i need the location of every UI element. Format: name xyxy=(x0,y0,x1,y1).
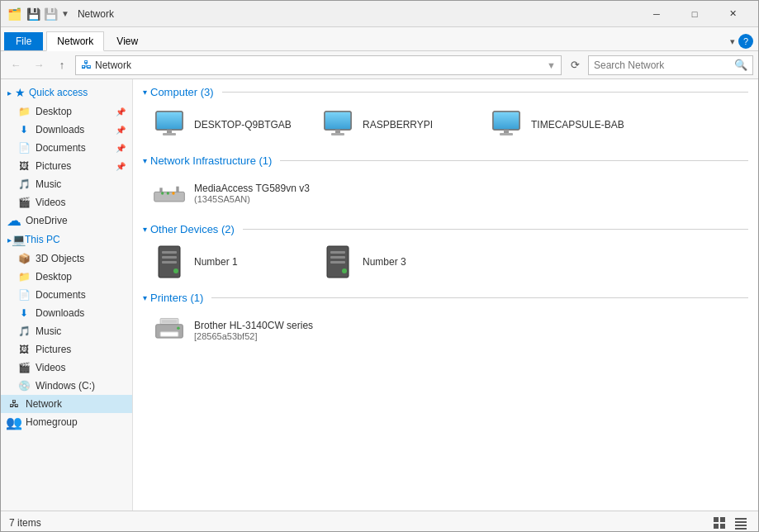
item-mediaaccess[interactable]: MediaAccess TG589vn v3 (1345SA5AN) xyxy=(143,173,320,213)
item-desktop-q9btgab[interactable]: DESKTOP-Q9BTGAB xyxy=(143,105,308,145)
up-button[interactable]: ↑ xyxy=(52,55,72,75)
close-button[interactable]: ✕ xyxy=(714,1,752,27)
sidebar-item-desktop-pc[interactable]: 📁 Desktop xyxy=(1,268,132,286)
tab-view[interactable]: View xyxy=(106,31,149,50)
address-bar[interactable]: 🖧 Network ▼ xyxy=(75,55,562,75)
sidebar-item-downloads-pc[interactable]: ⬇ Downloads xyxy=(1,304,132,322)
item-name: DESKTOP-Q9BTGAB xyxy=(194,119,292,131)
minimize-button[interactable]: ─ xyxy=(638,1,676,27)
sidebar-item-homegroup[interactable]: 👥 Homegroup xyxy=(1,413,132,431)
svg-rect-9 xyxy=(493,112,519,130)
sidebar-item-pictures-pc[interactable]: 🖼 Pictures xyxy=(1,340,132,359)
item-timecapsule[interactable]: TIMECAPSULE-BAB xyxy=(480,105,645,145)
svg-rect-3 xyxy=(163,133,176,135)
pin-icon: 📌 xyxy=(116,144,126,153)
sidebar-label: Downloads xyxy=(36,307,84,319)
svg-rect-39 xyxy=(735,525,747,526)
item-name: Number 1 xyxy=(194,256,238,268)
sidebar-quick-access-header[interactable]: ▸ ★ Quick access xyxy=(1,83,132,102)
server-icon xyxy=(321,247,354,277)
drive-icon: 💿 xyxy=(17,379,31,392)
item-number3[interactable]: Number 3 xyxy=(311,242,477,282)
view-controls xyxy=(710,514,750,532)
back-button[interactable]: ← xyxy=(6,55,26,75)
ribbon: File Network View ▾ ? xyxy=(1,27,758,51)
sidebar-item-music-pc[interactable]: 🎵 Music xyxy=(1,322,132,340)
svg-rect-5 xyxy=(325,112,351,130)
address-network-icon: 🖧 xyxy=(81,59,92,71)
ribbon-collapse[interactable]: ▾ xyxy=(730,36,735,47)
section-other: ▾ Other Devices (2) Nu xyxy=(143,223,748,282)
music-folder-icon: 🎵 xyxy=(17,325,31,338)
section-computers-header[interactable]: ▾ Computer (3) xyxy=(143,86,748,98)
svg-rect-24 xyxy=(330,251,345,254)
address-dropdown[interactable]: ▼ xyxy=(547,60,556,70)
music-folder-icon: 🎵 xyxy=(17,178,31,191)
section-other-items: Number 1 Number 3 xyxy=(143,242,748,282)
content-area: ▾ Computer (3) DESKTOP xyxy=(133,79,758,511)
sidebar-item-documents-qa[interactable]: 📄 Documents 📌 xyxy=(1,139,132,157)
sidebar-item-desktop-qa[interactable]: 📁 Desktop 📌 xyxy=(1,102,132,121)
sidebar-item-windowsc[interactable]: 💿 Windows (C:) xyxy=(1,377,132,395)
section-printers-header[interactable]: ▾ Printers (1) xyxy=(143,292,748,304)
sidebar-item-network[interactable]: 🖧 Network xyxy=(1,395,132,413)
refresh-button[interactable]: ⟳ xyxy=(565,55,585,75)
svg-rect-36 xyxy=(720,524,725,529)
svg-rect-37 xyxy=(735,518,747,520)
section-printers: ▾ Printers (1) Brother xyxy=(143,292,748,350)
chevron-infrastructure-icon: ▾ xyxy=(143,156,147,165)
titlebar-app-icon: 🗂️ xyxy=(7,7,21,21)
sidebar-item-videos-qa[interactable]: 🎬 Videos xyxy=(1,193,132,211)
printer-icon xyxy=(153,316,186,345)
tab-file[interactable]: File xyxy=(4,32,43,50)
svg-rect-30 xyxy=(162,320,177,323)
tab-network[interactable]: Network xyxy=(46,31,104,51)
sidebar-label: Desktop xyxy=(36,271,72,283)
main-area: ▸ ★ Quick access 📁 Desktop 📌 ⬇ Downloads… xyxy=(1,79,758,511)
sidebar: ▸ ★ Quick access 📁 Desktop 📌 ⬇ Downloads… xyxy=(1,79,133,511)
sidebar-item-3dobjects[interactable]: 📦 3D Objects xyxy=(1,249,132,268)
search-input[interactable] xyxy=(594,59,734,71)
sidebar-label: Music xyxy=(36,325,61,337)
item-info: TIMECAPSULE-BAB xyxy=(531,119,624,131)
titlebar-dropdown[interactable]: ▼ xyxy=(61,9,69,18)
section-computers: ▾ Computer (3) DESKTOP xyxy=(143,86,748,145)
download-folder-icon: ⬇ xyxy=(17,123,31,136)
svg-point-22 xyxy=(173,268,178,273)
svg-rect-20 xyxy=(162,256,177,259)
sidebar-item-documents-pc[interactable]: 📄 Documents xyxy=(1,286,132,304)
search-box[interactable]: 🔍 xyxy=(588,55,753,75)
sidebar-item-pictures-qa[interactable]: 🖼 Pictures 📌 xyxy=(1,157,132,175)
svg-rect-13 xyxy=(159,188,162,192)
pin-icon: 📌 xyxy=(116,162,126,171)
statusbar: 7 items xyxy=(1,511,758,532)
titlebar-quick-save[interactable]: 💾 xyxy=(44,7,58,21)
chevron-printers-icon: ▾ xyxy=(143,293,147,302)
svg-rect-2 xyxy=(167,130,172,133)
titlebar-quick-access[interactable]: 💾 xyxy=(26,7,40,21)
forward-button[interactable]: → xyxy=(29,55,49,75)
help-icon[interactable]: ? xyxy=(738,34,753,49)
sidebar-item-onedrive[interactable]: ☁ OneDrive xyxy=(1,211,132,230)
item-raspberrypi[interactable]: RASPBERRYPI xyxy=(311,105,477,145)
chevron-other-icon: ▾ xyxy=(143,225,147,234)
details-view-button[interactable] xyxy=(732,514,750,532)
item-info: Number 1 xyxy=(194,256,238,268)
item-brother[interactable]: Brother HL-3140CW series [28565a53bf52] xyxy=(143,311,323,350)
sidebar-label: 3D Objects xyxy=(36,253,84,264)
section-printers-items: Brother HL-3140CW series [28565a53bf52] xyxy=(143,311,748,350)
sidebar-thispc-header[interactable]: ▸ 💻 This PC xyxy=(1,230,132,249)
item-count: 7 items xyxy=(9,517,41,529)
maximize-button[interactable]: □ xyxy=(676,1,714,27)
svg-rect-12 xyxy=(154,192,185,202)
section-other-header[interactable]: ▾ Other Devices (2) xyxy=(143,223,748,235)
chevron-down-icon: ▸ xyxy=(7,88,12,97)
sidebar-item-downloads-qa[interactable]: ⬇ Downloads 📌 xyxy=(1,121,132,139)
section-infrastructure-header[interactable]: ▾ Network Infrastructure (1) xyxy=(143,154,748,167)
large-icons-view-button[interactable] xyxy=(710,514,728,532)
sidebar-item-videos-pc[interactable]: 🎬 Videos xyxy=(1,359,132,377)
sidebar-item-music-qa[interactable]: 🎵 Music xyxy=(1,175,132,193)
svg-rect-10 xyxy=(504,130,509,133)
pin-icon: 📌 xyxy=(116,126,126,135)
item-number1[interactable]: Number 1 xyxy=(143,242,308,282)
